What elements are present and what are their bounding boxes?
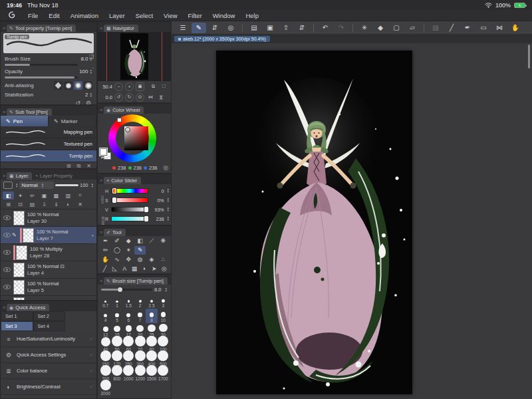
reset-settings-icon[interactable]: ↺ [75,100,80,105]
menu-layer[interactable]: Layer [109,12,125,19]
eyedropper-icon[interactable]: ✒ [460,23,475,33]
navigator-tab[interactable]: ▦Navigator [104,25,138,32]
quick-access-set-tab[interactable]: Set 2 [33,311,66,321]
frame-icon[interactable]: ▭ [476,23,491,33]
quick-access-set-tab[interactable]: Set 3 [1,321,33,331]
layer-row[interactable]: ✎◌100 % NormalLayer 7● [1,227,96,244]
brush-size-2000[interactable]: 2000 [100,382,111,396]
fill-tool-icon[interactable]: ◆ [123,237,134,245]
zoom-out-button[interactable]: − [114,82,123,91]
rotation-value[interactable]: 0.0 [100,94,112,100]
lock-transparent-icon[interactable]: ▩ [51,192,62,200]
drag-handle-icon[interactable]: ● [91,233,94,237]
panel-menu-icon[interactable]: ≡ [100,230,102,235]
brush-size-1.5[interactable]: 1.5 [123,294,134,309]
slider-bar-s[interactable] [111,198,148,203]
visibility-eye-icon[interactable] [3,250,11,255]
flip-vertical-button[interactable]: ⋈ [157,93,166,102]
marker-tool-icon[interactable]: ✐ [111,237,122,245]
eraser-tool-icon[interactable]: ◯ [111,246,122,255]
brush-size-3[interactable]: 3 [158,294,169,309]
color-slider-tab[interactable]: ≡Color Slider [104,177,141,184]
transform-icon[interactable]: ▱ [405,23,420,33]
brush-size-slider[interactable] [5,64,78,66]
slider-handle[interactable] [144,207,148,212]
hue-marker[interactable] [117,118,122,122]
panel-menu-icon[interactable]: ≡ [100,279,102,283]
screen-capture-icon[interactable]: ◎ [223,23,238,33]
panel-menu-icon[interactable]: ≡ [3,110,5,114]
brush-size-panel-slider[interactable] [101,289,152,291]
brush-size-8[interactable]: 8 [146,309,157,323]
pressure-icon[interactable]: ◔ [91,66,94,70]
layer-row[interactable]: ◌100 % MultiplyLayer 28 [1,244,96,261]
main-menu-icon[interactable]: ☰ [176,23,190,33]
frame-border-tool-icon[interactable]: ▦ [130,265,140,273]
brush-size-2.5[interactable]: 2.5 [146,294,157,309]
slider-handle[interactable] [112,198,116,203]
object-tool-icon[interactable]: ➤ [149,265,159,273]
new-vector-layer-icon[interactable]: ⊡ [15,201,26,209]
add-sub-tool-icon[interactable]: ⊞ [66,163,71,169]
airbrush-tool-icon[interactable]: ∴ [158,255,169,264]
figure-tool-icon[interactable]: ◺ [110,265,120,273]
visibility-eye-icon[interactable] [3,267,11,272]
sub-tool-tab[interactable]: ✎Sub Tool [Pen] [7,108,52,116]
brush-tool-icon[interactable]: ✏ [100,246,111,255]
menu-filter[interactable]: Filter [188,12,202,19]
merge-down-icon[interactable]: ⇓ [51,201,62,209]
brush-size-4[interactable]: 4 [100,309,111,323]
pen-tool-icon[interactable]: ✒ [100,237,111,245]
panel-menu-icon[interactable]: ≡ [3,174,5,178]
sub-tool-item[interactable]: Turnip pen [1,150,96,162]
menu-view[interactable]: View [164,12,177,19]
actual-size-button[interactable]: ⧉ [149,82,158,91]
decoration-tool-icon[interactable]: ❋ [158,237,169,245]
menu-file[interactable]: File [28,12,38,19]
stroke-color-icon[interactable] [100,155,111,160]
aa-none-button[interactable] [54,81,63,90]
color-mode-icon[interactable]: ◎ [163,164,168,171]
sub-tool-group-tab-pen[interactable]: ✎Pen [1,116,49,126]
duplicate-sub-tool-icon[interactable]: ⧉ [77,163,81,169]
layer-row[interactable]: ◌100 % NormalLayer 30 [1,209,96,227]
tool-property-toggle-icon[interactable]: ✎ [192,23,206,33]
panel-menu-icon[interactable]: ≡ [3,26,5,31]
brush-size-800[interactable]: 800 [111,367,122,382]
sub-tool-item[interactable]: Textured pen [1,138,96,150]
opacity-slider[interactable] [5,76,78,78]
canvas-scrollbar[interactable] [528,45,530,68]
quick-access-tab[interactable]: ◉Quick Access [7,304,49,311]
quick-access-item[interactable]: ◐Brightness/Contrast≡ [1,379,96,395]
effects-icon[interactable]: ✳ [357,23,372,33]
canvas[interactable] [216,51,412,394]
opacity-value[interactable]: 100 [79,68,88,74]
slider-stepper[interactable]: ▲▼ [167,216,170,221]
line-tool-icon[interactable]: ╱ [100,265,110,273]
new-canvas-icon[interactable]: ▤ [247,23,261,33]
text-tool-icon[interactable]: A [120,265,130,273]
aa-strong-button[interactable] [84,81,92,90]
selection-pen-tool-icon[interactable]: ◈ [146,255,157,264]
eyedropper-tool-icon[interactable]: ⟋ [146,237,157,245]
visibility-eye-icon[interactable] [3,285,11,289]
draft-layer-icon[interactable]: ✏ [27,192,38,200]
sub-tool-item[interactable]: Mapping pen [1,126,96,138]
color-wheel-tab[interactable]: ◉Color Wheel [104,106,144,114]
gesture-icon[interactable]: ✋ [508,23,523,33]
rotate-left-button[interactable]: ↺ [114,93,123,102]
slider-stepper[interactable]: ▲▼ [167,207,170,212]
layer-row[interactable]: ◌100 % Normal ⊡Layer 4 [1,261,96,279]
open-file-icon[interactable]: ▣ [263,23,277,33]
menu-window[interactable]: Window [213,12,235,19]
layer-row[interactable]: ◌14 % Normal [1,296,96,301]
layer-row[interactable]: ◌100 % NormalLayer 5 [1,279,96,296]
blend-tool-icon[interactable]: ∿ [111,255,122,264]
combine-mode-icon[interactable] [3,182,13,189]
brush-size-2[interactable]: 2 [134,294,146,309]
panel-menu-icon[interactable]: ≡ [100,178,102,183]
zoom-percent[interactable]: 50.4 [100,84,112,90]
quick-access-item[interactable]: ⚙Quick Access Settings≡ [1,347,96,363]
panel-menu-icon[interactable]: ≡ [3,305,5,310]
zoom-in-button[interactable]: + [125,82,134,91]
